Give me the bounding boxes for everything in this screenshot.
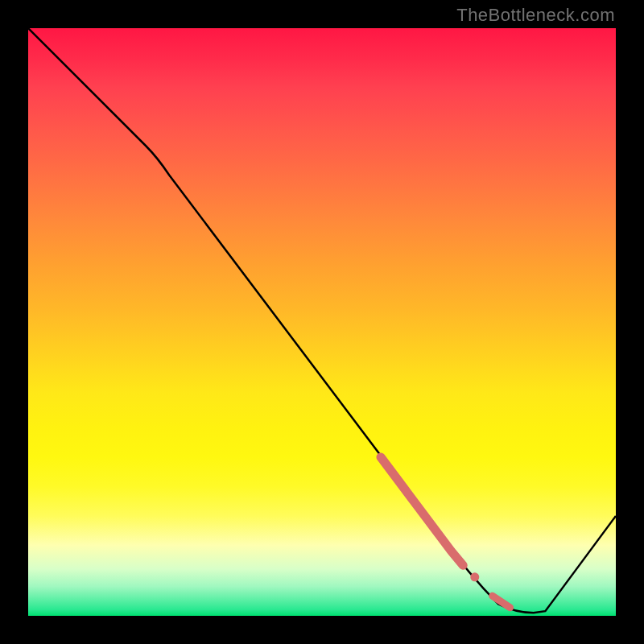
watermark-text: TheBottleneck.com	[456, 5, 615, 26]
bottleneck-curve	[28, 28, 616, 613]
plot-area	[28, 28, 616, 616]
chart-svg	[28, 28, 616, 616]
highlight-dash	[493, 596, 510, 608]
chart-container: TheBottleneck.com	[0, 0, 644, 644]
highlight-segment	[381, 457, 463, 565]
highlight-dot	[470, 572, 479, 581]
